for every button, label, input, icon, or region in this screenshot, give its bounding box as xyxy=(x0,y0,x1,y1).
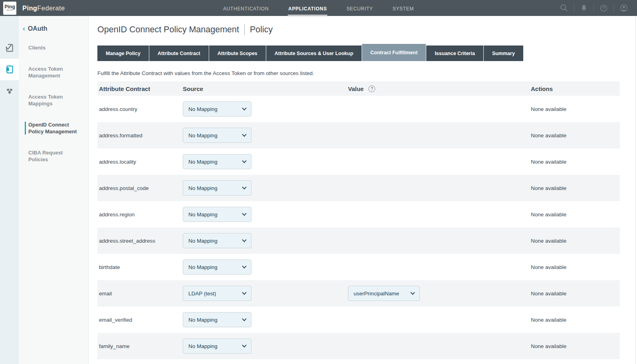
app-title-light: Federate xyxy=(37,4,65,12)
rail-spacer xyxy=(0,16,19,37)
value-dropdown[interactable]: userPrincipalName xyxy=(348,286,420,301)
tab-attribute-sources-user-lookup[interactable]: Attribute Sources & User Lookup xyxy=(266,46,362,61)
sidebar-icon-rail xyxy=(0,16,19,364)
table-row: email_verified No Mapping None available xyxy=(97,307,620,333)
source-dropdown-value: No Mapping xyxy=(188,238,218,244)
source-dropdown[interactable]: No Mapping xyxy=(183,207,251,222)
nav-authentication[interactable]: AUTHENTICATION xyxy=(223,0,269,16)
sidebar-item-clients[interactable]: Clients xyxy=(28,44,81,51)
source-dropdown[interactable]: No Mapping xyxy=(183,338,251,354)
page-right-border xyxy=(635,16,636,364)
table-row: address.country No Mapping None availabl… xyxy=(97,96,620,122)
actions-text: None available xyxy=(531,291,620,297)
chevron-down-icon xyxy=(242,211,246,216)
tab-contract-fulfillment[interactable]: Contract Fulfillment xyxy=(362,44,426,61)
chevron-left-icon: ‹ xyxy=(23,26,25,32)
help-circle-icon[interactable] xyxy=(594,4,613,12)
chevron-down-icon xyxy=(242,317,246,321)
nav-system[interactable]: SYSTEM xyxy=(392,0,414,16)
value-cell: userPrincipalName xyxy=(344,286,531,301)
ping-logo[interactable]: Ping Identity. xyxy=(3,2,16,15)
chevron-down-icon xyxy=(242,264,246,268)
attribute-name: birthdate xyxy=(97,264,183,270)
tab-manage-policy[interactable]: Manage Policy xyxy=(97,46,149,61)
chevron-down-icon xyxy=(242,106,246,110)
source-dropdown-value: No Mapping xyxy=(188,106,218,112)
actions-text: None available xyxy=(531,133,620,138)
actions-text: None available xyxy=(531,238,620,244)
table-row: address.locality No Mapping None availab… xyxy=(97,148,620,175)
bookmark-page-icon[interactable] xyxy=(0,59,19,80)
chevron-down-icon xyxy=(242,185,246,189)
chevron-down-icon xyxy=(242,132,246,136)
app-title: PingFederate xyxy=(22,4,65,12)
source-dropdown[interactable]: No Mapping xyxy=(183,233,251,248)
actions-text: None available xyxy=(531,317,620,323)
table-header-row: Attribute Contract Source Value Actions xyxy=(97,81,620,96)
sidebar-section-title: OAuth xyxy=(28,25,47,32)
actions-text: None available xyxy=(531,264,620,270)
sidebar-menu: ‹ OAuth Clients Access Token Management … xyxy=(19,16,89,364)
source-dropdown[interactable]: No Mapping xyxy=(183,101,251,117)
account-avatar-icon[interactable] xyxy=(614,4,634,12)
table-row: address.postal_code No Mapping None avai… xyxy=(97,175,620,201)
sidebar-item-ciba-request-policies[interactable]: CIBA Request Policies xyxy=(28,149,81,163)
source-dropdown-value: No Mapping xyxy=(188,212,218,218)
top-icon-group xyxy=(554,0,634,16)
value-dropdown-value: userPrincipalName xyxy=(354,291,399,297)
shield-paw-icon[interactable] xyxy=(0,80,19,102)
source-dropdown-value: No Mapping xyxy=(188,264,218,270)
chevron-down-icon xyxy=(242,158,246,163)
notifications-bell-icon[interactable] xyxy=(574,4,593,12)
source-dropdown[interactable]: No Mapping xyxy=(183,128,251,143)
table-row: family_name No Mapping None available xyxy=(97,333,620,359)
search-icon[interactable] xyxy=(554,4,574,12)
square-check-icon[interactable] xyxy=(0,37,19,59)
source-dropdown-value: No Mapping xyxy=(188,317,218,323)
source-dropdown-value: No Mapping xyxy=(188,343,218,349)
table-row: email LDAP (test) userPrincipalName None… xyxy=(97,280,620,307)
ping-logo-text: Ping xyxy=(5,5,15,9)
source-dropdown[interactable]: LDAP (test) xyxy=(183,286,251,301)
oauth-back-header[interactable]: ‹ OAuth xyxy=(23,25,88,32)
chevron-down-icon xyxy=(242,343,246,347)
sidebar-item-list: Clients Access Token Management Access T… xyxy=(28,44,88,163)
sidebar-item-access-token-management[interactable]: Access Token Management xyxy=(28,65,81,79)
attribute-name: address.region xyxy=(97,212,183,218)
attribute-name: address.country xyxy=(97,106,183,112)
ping-logo-subtext: Identity. xyxy=(6,9,13,11)
value-help-icon[interactable] xyxy=(368,85,375,92)
actions-text: None available xyxy=(531,343,620,349)
source-dropdown[interactable]: No Mapping xyxy=(183,154,251,169)
tab-bar: Manage Policy Attribute Contract Attribu… xyxy=(97,44,637,61)
source-dropdown[interactable]: No Mapping xyxy=(183,259,251,275)
attribute-name: email_verified xyxy=(97,317,183,323)
source-dropdown-value: No Mapping xyxy=(188,159,218,165)
title-separator xyxy=(244,24,245,35)
source-dropdown[interactable]: No Mapping xyxy=(183,180,251,196)
source-dropdown-value: LDAP (test) xyxy=(188,291,216,297)
sidebar-item-access-token-mappings[interactable]: Access Token Mappings xyxy=(28,93,81,107)
nav-security[interactable]: SECURITY xyxy=(346,0,373,16)
chevron-down-icon xyxy=(410,290,415,295)
nav-applications[interactable]: APPLICATIONS xyxy=(288,0,327,16)
tab-attribute-contract[interactable]: Attribute Contract xyxy=(149,46,209,61)
main-content: OpenID Connect Policy Management Policy … xyxy=(89,16,637,359)
source-dropdown[interactable]: No Mapping xyxy=(183,312,251,327)
fulfillment-table: Attribute Contract Source Value Actions … xyxy=(97,81,620,359)
source-dropdown-value: No Mapping xyxy=(188,185,218,191)
page-title: OpenID Connect Policy Management Policy xyxy=(97,24,637,35)
actions-text: None available xyxy=(531,185,620,191)
attribute-name: email xyxy=(97,291,183,297)
top-nav: AUTHENTICATION APPLICATIONS SECURITY SYS… xyxy=(223,0,414,16)
header-actions: Actions xyxy=(531,85,620,92)
tab-summary[interactable]: Summary xyxy=(484,46,523,61)
app-title-bold: Ping xyxy=(22,4,37,12)
attribute-name: address.formatted xyxy=(97,133,183,138)
page-description: Fulfill the Attribute Contract with valu… xyxy=(97,70,637,76)
top-bar: Ping Identity. PingFederate AUTHENTICATI… xyxy=(0,0,637,16)
tab-issuance-criteria[interactable]: Issuance Criteria xyxy=(426,46,483,61)
tab-attribute-scopes[interactable]: Attribute Scopes xyxy=(209,46,266,61)
sidebar-item-openid-connect-policy-management[interactable]: OpenID Connect Policy Management xyxy=(28,121,81,135)
attribute-name: address.locality xyxy=(97,159,183,165)
